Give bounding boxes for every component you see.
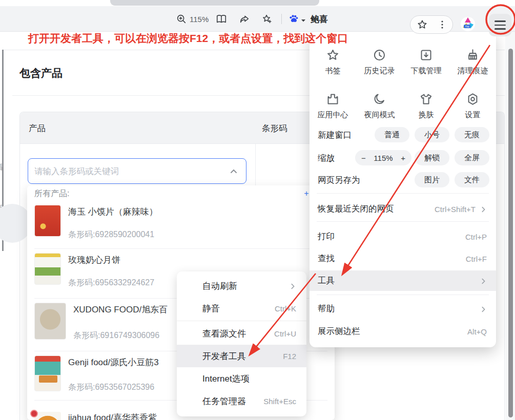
menu-item-label: 自动刷新	[202, 280, 237, 292]
kebab-menu-icon[interactable]	[437, 19, 447, 30]
menu-grid-label: 历史记录	[364, 66, 395, 76]
brand-logo	[30, 410, 38, 417]
menu-divider	[177, 321, 306, 321]
menu-divider	[317, 295, 489, 295]
product-search-field[interactable]	[28, 158, 246, 184]
menu-item-internet-options[interactable]: Internet选项	[177, 367, 306, 390]
shortcut-label: Shift+Esc	[263, 397, 296, 406]
menu-item-clear-traces[interactable]: 清理痕迹	[449, 40, 496, 84]
page-scrollbar[interactable]	[505, 32, 515, 420]
search-input[interactable]	[34, 159, 224, 183]
caret-down-icon[interactable]	[300, 16, 306, 23]
menu-item-show-sidebar[interactable]: 展示侧边栏 Alt+Q	[310, 321, 496, 342]
account-name[interactable]: 鲍喜	[311, 13, 328, 25]
new-window-small-button[interactable]: 小号	[415, 127, 449, 142]
menu-grid-label: 设置	[465, 110, 481, 120]
product-image	[34, 303, 66, 340]
moon-icon	[373, 92, 386, 106]
svg-text:TM: TM	[465, 25, 469, 28]
page-title: 包含产品	[19, 66, 63, 80]
menu-item-view-source[interactable]: 查看源文件 Ctrl+U	[177, 322, 306, 345]
product-title: jiahua food/嘉华荞香紫	[68, 412, 157, 420]
product-image	[34, 412, 61, 420]
row-label: 缩放	[318, 153, 335, 164]
menu-item-label: 查找	[318, 253, 335, 264]
dropdown-header: 所有产品:	[34, 188, 69, 199]
shortcut-label: Ctrl+Shift+T	[435, 205, 476, 214]
menu-item-label: 帮助	[318, 303, 335, 314]
row-label: 网页另存为	[318, 175, 360, 186]
chevron-up-icon[interactable]	[230, 167, 238, 176]
menu-item-tools[interactable]: 工具	[310, 270, 496, 291]
extension-logo[interactable]: TM	[459, 15, 477, 33]
menu-item-label: 开发者工具	[202, 350, 246, 362]
zoom-in-page-icon[interactable]	[176, 13, 187, 25]
list-item[interactable]: 海玉 小馍片（麻辣味） 条形码:6928590200041	[27, 201, 335, 249]
browser-toolbar: 115% 鲍喜 TM	[0, 6, 515, 32]
toolbar-separator	[281, 14, 282, 24]
share-icon[interactable]	[239, 13, 250, 25]
menu-grid-label: 换肤	[419, 110, 434, 120]
star-icon[interactable]	[417, 19, 428, 30]
menu-item-find[interactable]: 查找 Ctrl+F	[310, 248, 496, 269]
product-barcode: 条形码:6928590200041	[68, 229, 154, 240]
menu-item-task-manager[interactable]: 任务管理器 Shift+Esc	[177, 390, 306, 412]
menu-item-devtools[interactable]: 开发者工具 F12	[177, 345, 306, 367]
menu-item-help[interactable]: 帮助	[310, 299, 496, 319]
fullscreen-button[interactable]: 全屏	[455, 150, 489, 165]
menu-item-label: 查看源文件	[202, 328, 246, 340]
gear-icon	[466, 92, 480, 106]
new-window-incognito-button[interactable]: 无痕	[455, 127, 489, 142]
menu-item-auto-refresh[interactable]: 自动刷新	[177, 275, 306, 297]
zoom-out-button[interactable]: −	[361, 154, 366, 162]
menu-item-settings[interactable]: 设置	[449, 84, 496, 128]
menu-item-downloads[interactable]: 下载管理	[403, 40, 449, 84]
menu-item-mute[interactable]: 静音 Ctrl+K	[177, 297, 306, 320]
product-barcode: 条形码:6956332924627	[68, 278, 154, 288]
paw-account-icon[interactable]	[288, 13, 299, 25]
row-label: 新建窗口	[318, 130, 352, 141]
broom-icon	[466, 48, 480, 62]
new-window-normal-button[interactable]: 普通	[375, 127, 409, 142]
menu-grid-label: 应用中心	[318, 110, 348, 120]
product-image	[34, 205, 61, 237]
zoom-in-button[interactable]: +	[401, 154, 405, 162]
puzzle-icon	[326, 92, 340, 106]
scrollbar-thumb[interactable]	[508, 49, 513, 417]
chevron-right-icon	[480, 205, 487, 213]
hamburger-menu-button[interactable]	[489, 14, 511, 36]
unlock-button[interactable]: 解锁	[415, 150, 449, 165]
zoom-control[interactable]: − 115% +	[355, 150, 411, 165]
product-image	[34, 355, 61, 391]
save-as-row: 网页另存为 图片 文件	[310, 169, 496, 191]
browser-tab[interactable]	[110, 0, 319, 6]
shortcut-label: Ctrl+P	[465, 233, 487, 241]
product-barcode: 条形码:6916749306096	[73, 330, 159, 341]
product-title: 海玉 小馍片（麻辣味）	[68, 206, 158, 218]
browser-main-menu: 书签 历史记录 下载管理 清理痕迹 应用中心 夜间模式	[310, 32, 496, 347]
menu-item-bookmarks[interactable]: 书签	[310, 40, 356, 84]
product-title: XUDONG FOOD/旭东百	[73, 304, 168, 316]
menu-item-reopen-closed[interactable]: 恢复最近关闭的网页 Ctrl+Shift+T	[310, 199, 496, 219]
column-header-barcode: 条形码	[262, 123, 287, 134]
product-title: Genji food/源氏小豆筋3	[68, 356, 159, 368]
menu-item-app-center[interactable]: 应用中心	[310, 84, 356, 128]
shortcut-label: Ctrl+U	[274, 329, 296, 338]
menu-item-night-mode[interactable]: 夜间模式	[356, 84, 403, 128]
zoom-row: 缩放 − 115% + 解锁 全屏	[310, 147, 496, 169]
menu-item-print[interactable]: 打印 Ctrl+P	[310, 226, 496, 247]
clipped-text-fragment: 看	[0, 163, 4, 172]
menu-item-label: 打印	[318, 231, 335, 242]
reading-mode-icon[interactable]	[216, 13, 227, 25]
add-bookmark-icon[interactable]	[261, 13, 273, 25]
star-icon	[326, 48, 340, 62]
save-as-file-button[interactable]: 文件	[455, 172, 489, 187]
tools-submenu: 自动刷新 静音 Ctrl+K 查看源文件 Ctrl+U 开发者工具 F12 In…	[177, 271, 306, 416]
menu-item-history[interactable]: 历史记录	[356, 40, 403, 84]
menu-item-skins[interactable]: 换肤	[403, 84, 449, 128]
extensions-pill	[410, 15, 453, 34]
save-as-image-button[interactable]: 图片	[415, 172, 449, 187]
menu-item-label: 任务管理器	[202, 395, 246, 407]
chevron-right-icon	[480, 305, 487, 312]
product-title: 玫瑰奶心月饼	[68, 254, 120, 266]
